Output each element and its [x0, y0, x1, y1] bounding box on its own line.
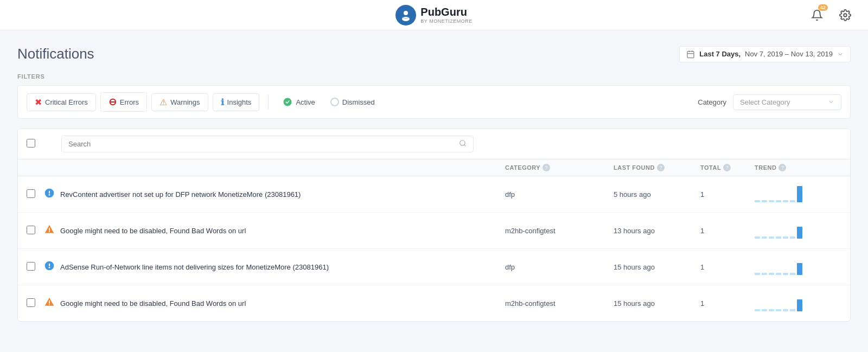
select-all-checkbox[interactable]	[27, 139, 35, 148]
trend-bar	[776, 309, 781, 311]
logo-title: PubGuru	[420, 6, 472, 18]
category-column-label: CATEGORY	[505, 164, 540, 171]
row-checkbox-0[interactable]	[27, 189, 35, 198]
category-placeholder: Select Category	[740, 98, 790, 106]
table-row: AdSense Run-of-Network line items not de…	[18, 249, 850, 285]
filters-bar: ✖ Critical Errors ⊖ Errors ⚠ Warnings ℹ …	[17, 85, 851, 119]
insights-icon: ℹ	[221, 97, 224, 107]
search-icon	[459, 139, 467, 149]
col-trend-header: TREND ?	[755, 164, 841, 171]
svg-point-8	[284, 98, 292, 106]
row-lastfound-cell: 5 hours ago	[614, 190, 700, 199]
main-content: Notifications Last 7 Days, Nov 7, 2019 –…	[0, 30, 868, 332]
status-active-button[interactable]: Active	[277, 94, 320, 110]
lastfound-help-icon[interactable]: ?	[657, 164, 665, 171]
row-info-icon	[44, 188, 55, 199]
trend-chart	[755, 295, 841, 311]
row-type-icon	[44, 224, 55, 238]
row-trend-cell	[755, 222, 841, 239]
filter-errors[interactable]: ⊖ Errors	[100, 92, 147, 112]
column-headers: CATEGORY ? LAST FOUND ? TOTAL ? TREND ?	[18, 159, 850, 176]
trend-bar	[769, 309, 774, 311]
row-message-text: AdSense Run-of-Network line items not de…	[60, 263, 329, 271]
trend-bar	[783, 236, 788, 239]
row-category-cell: dfp	[505, 263, 614, 271]
svg-point-3	[844, 14, 847, 17]
active-check-icon	[283, 97, 292, 107]
trend-bar	[797, 227, 802, 239]
table-body: RevContent advertiser not set up for DFP…	[18, 176, 850, 321]
trend-bar	[755, 273, 760, 275]
filter-insights[interactable]: ℹ Insights	[213, 93, 260, 111]
table-row: Google might need to be disabled, Found …	[18, 285, 850, 321]
status-dismissed-label: Dismissed	[342, 98, 375, 106]
row-category-cell: m2hb-configtest	[505, 227, 614, 235]
row-category-cell: dfp	[505, 190, 614, 199]
row-checkbox-3[interactable]	[27, 298, 35, 307]
status-dismissed-button[interactable]: Dismissed	[325, 94, 380, 110]
trend-chart	[755, 259, 841, 275]
trend-bar	[769, 236, 774, 239]
row-checkbox-1[interactable]	[27, 226, 35, 234]
date-range-label: Last 7 Days,	[699, 50, 741, 58]
dismissed-radio-icon	[330, 98, 339, 106]
date-range-selector[interactable]: Last 7 Days, Nov 7, 2019 – Nov 13, 2019	[679, 46, 851, 62]
trend-bar	[755, 200, 760, 202]
table-search-row	[18, 129, 850, 159]
logo-text: PubGuru by MONETIZEMORE	[420, 6, 472, 24]
row-message-text: RevContent advertiser not set up for DFP…	[60, 190, 301, 199]
trend-bar	[790, 273, 795, 275]
row-warning-icon	[44, 297, 55, 308]
filter-warnings-label: Warnings	[170, 98, 200, 106]
warnings-icon: ⚠	[159, 97, 167, 107]
category-chevron-down-icon	[828, 99, 834, 105]
trend-bar	[762, 273, 767, 275]
row-message-cell: AdSense Run-of-Network line items not de…	[44, 260, 505, 274]
trend-bar	[790, 236, 795, 239]
category-label: Category	[698, 98, 726, 106]
row-category-cell: m2hb-configtest	[505, 299, 614, 308]
critical-errors-icon: ✖	[35, 97, 42, 107]
logo-subtitle: by MONETIZEMORE	[420, 18, 472, 24]
trend-bar	[797, 263, 802, 275]
search-input[interactable]	[68, 140, 459, 148]
trend-chart	[755, 222, 841, 239]
category-select[interactable]: Select Category	[733, 94, 841, 110]
trend-bar	[762, 200, 767, 202]
logo: PubGuru by MONETIZEMORE	[395, 5, 472, 25]
svg-line-10	[464, 145, 466, 146]
row-message-cell: RevContent advertiser not set up for DFP…	[44, 188, 505, 201]
trend-bar	[762, 236, 767, 239]
trend-bar	[797, 299, 802, 311]
trend-bar	[755, 309, 760, 311]
trend-bar	[776, 236, 781, 239]
filters-label: FILTERS	[17, 73, 851, 80]
trend-chart	[755, 186, 841, 202]
svg-point-1	[404, 11, 408, 15]
notifications-bell-button[interactable]: 42	[807, 5, 827, 25]
trend-bar	[755, 236, 760, 239]
trend-bar	[790, 309, 795, 311]
row-check-cell	[27, 189, 44, 200]
row-lastfound-cell: 13 hours ago	[614, 227, 700, 235]
nav-right: 42	[807, 5, 855, 25]
filter-warnings[interactable]: ⚠ Warnings	[151, 93, 208, 111]
row-trend-cell	[755, 186, 841, 202]
header-checkbox-cell	[27, 139, 44, 149]
category-help-icon[interactable]: ?	[542, 164, 550, 171]
row-lastfound-cell: 15 hours ago	[614, 263, 700, 271]
page-header: Notifications Last 7 Days, Nov 7, 2019 –…	[17, 46, 851, 62]
svg-rect-4	[687, 51, 694, 57]
row-check-cell	[27, 226, 44, 236]
date-range-value: Nov 7, 2019 – Nov 13, 2019	[745, 50, 833, 58]
row-checkbox-2[interactable]	[27, 262, 35, 271]
trend-help-icon[interactable]: ?	[778, 164, 786, 171]
trend-bar	[776, 273, 781, 275]
filters-left: ✖ Critical Errors ⊖ Errors ⚠ Warnings ℹ …	[27, 92, 380, 112]
settings-gear-button[interactable]	[835, 5, 855, 25]
total-help-icon[interactable]: ?	[723, 164, 731, 171]
row-warning-icon	[44, 224, 55, 235]
row-message-text: Google might need to be disabled, Found …	[60, 227, 246, 235]
col-category-header: CATEGORY ?	[505, 164, 614, 171]
filter-critical-errors[interactable]: ✖ Critical Errors	[27, 93, 96, 111]
